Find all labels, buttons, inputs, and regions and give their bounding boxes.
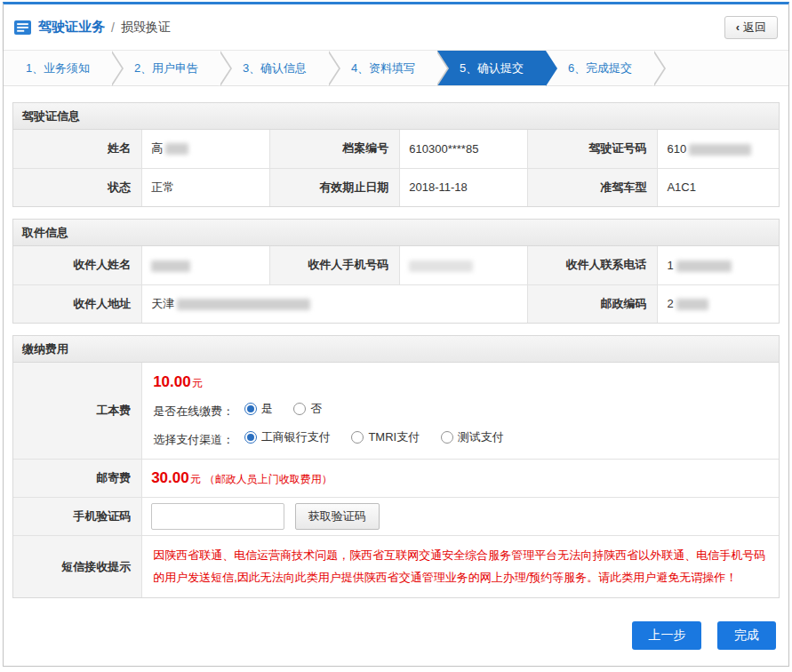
recipient-name-label: 收件人姓名 xyxy=(13,246,142,284)
content: 驾驶证信息 姓名 高 档案编号 610300****85 驾驶证号码 610 状… xyxy=(4,86,788,612)
file-number-label: 档案编号 xyxy=(269,130,399,168)
expiry-date-value-text: 2018-11-18 xyxy=(409,180,468,194)
radio-checked-icon xyxy=(244,431,257,444)
step-4-fill-data[interactable]: 4、资料填写 xyxy=(329,51,437,85)
radio-label: TMRI支付 xyxy=(368,429,420,445)
file-number-value: 610300****85 xyxy=(400,130,528,168)
sms-code-content: 获取验证码 xyxy=(142,498,779,536)
recipient-mobile-label: 收件人手机号码 xyxy=(269,246,399,284)
redacted-name xyxy=(165,143,188,155)
redacted-recipient-address xyxy=(177,299,310,310)
redacted-recipient-name xyxy=(151,260,190,272)
online-pay-row: 是否在线缴费： 是 否 xyxy=(153,401,768,420)
status-value: 正常 xyxy=(142,168,270,206)
radio-label: 工商银行支付 xyxy=(261,429,331,445)
sms-notice-text: 因陕西省联通、电信运营商技术问题，陕西省互联网交通安全综合服务管理平台无法向持陕… xyxy=(151,540,770,594)
post-fee-unit: 元 xyxy=(190,473,201,485)
finish-button[interactable]: 完成 xyxy=(717,621,776,650)
work-fee-amount: 10.00 xyxy=(153,373,191,390)
recipient-address-label: 收件人地址 xyxy=(13,284,142,323)
table-row: 姓名 高 档案编号 610300****85 驾驶证号码 610 xyxy=(13,130,779,168)
recipient-phone-value: 1 xyxy=(658,246,779,284)
table-row: 短信接收提示 因陕西省联通、电信运营商技术问题，陕西省互联网交通安全综合服务管理… xyxy=(13,536,779,598)
table-row: 状态 正常 有效期止日期 2018-11-18 准驾车型 A1C1 xyxy=(13,168,779,206)
postal-code-value: 2 xyxy=(658,284,779,323)
radio-channel-icbc[interactable]: 工商银行支付 xyxy=(244,429,331,445)
sms-notice-label: 短信接收提示 xyxy=(13,536,142,598)
section-license-info: 驾驶证信息 姓名 高 档案编号 610300****85 驾驶证号码 610 状… xyxy=(12,102,780,207)
recipient-phone-label: 收件人联系电话 xyxy=(528,246,658,284)
name-value-text: 高 xyxy=(151,141,163,155)
radio-online-yes[interactable]: 是 xyxy=(244,401,273,417)
radio-channel-tmri[interactable]: TMRI支付 xyxy=(351,429,420,445)
step-6-complete-submit[interactable]: 6、完成提交 xyxy=(546,51,654,85)
post-fee-label: 邮寄费 xyxy=(13,460,142,498)
step-nav: 1、业务须知 2、用户申告 3、确认信息 4、资料填写 5、确认提交 6、完成提… xyxy=(4,51,788,86)
get-code-button[interactable]: 获取验证码 xyxy=(295,503,380,530)
table-row: 收件人地址 天津 邮政编码 2 xyxy=(13,284,779,323)
radio-unchecked-icon xyxy=(351,431,364,444)
pay-channel-row: 选择支付渠道： 工商银行支付 TMRI支付 测试支付 xyxy=(153,429,768,448)
pay-channel-question: 选择支付渠道： xyxy=(153,433,234,446)
license-business-icon xyxy=(14,20,31,35)
back-chevron-icon: ‹ xyxy=(736,20,740,34)
page: 驾驶证业务 / 损毁换证 ‹返回 1、业务须知 2、用户申告 3、确认信息 4、… xyxy=(3,2,789,667)
radio-label: 测试支付 xyxy=(458,429,504,445)
back-button[interactable]: ‹返回 xyxy=(724,16,778,39)
section-payment-title: 缴纳费用 xyxy=(13,336,779,363)
pickup-table: 收件人姓名 收件人手机号码 收件人联系电话 1 收件人地址 天津 邮政编码 2 xyxy=(13,246,779,323)
vehicle-class-value-text: A1C1 xyxy=(667,180,696,194)
sms-code-input[interactable] xyxy=(151,503,284,530)
post-fee-note: （邮政人员上门收取费用） xyxy=(204,473,332,485)
radio-unchecked-icon xyxy=(441,431,453,444)
radio-label: 是 xyxy=(261,401,273,417)
post-fee-content: 30.00元（邮政人员上门收取费用） xyxy=(142,460,779,498)
recipient-address-value-text: 天津 xyxy=(151,297,174,310)
section-pickup-info: 取件信息 收件人姓名 收件人手机号码 收件人联系电话 1 收件人地址 天津 xyxy=(12,219,780,324)
previous-step-button[interactable]: 上一步 xyxy=(632,621,701,650)
work-fee-content: 10.00元 是否在线缴费： 是 否 选择支付渠道： 工商银行支付 TMRI支付 xyxy=(142,363,779,460)
radio-online-no[interactable]: 否 xyxy=(293,401,322,417)
work-fee-unit: 元 xyxy=(192,377,203,389)
name-value: 高 xyxy=(142,130,270,168)
radio-unchecked-icon xyxy=(293,403,306,415)
name-label: 姓名 xyxy=(13,130,142,168)
redacted-recipient-mobile xyxy=(409,260,473,272)
recipient-address-value: 天津 xyxy=(142,284,528,323)
step-5-confirm-submit[interactable]: 5、确认提交 xyxy=(437,51,546,85)
recipient-mobile-value xyxy=(400,246,528,284)
radio-label: 否 xyxy=(310,401,322,417)
step-1-business-notice[interactable]: 1、业务须知 xyxy=(4,51,112,85)
postal-code-label: 邮政编码 xyxy=(528,284,658,323)
license-number-value: 610 xyxy=(658,130,779,168)
postal-code-value-text: 2 xyxy=(667,297,673,310)
status-label: 状态 xyxy=(13,168,142,206)
radio-channel-test[interactable]: 测试支付 xyxy=(441,429,504,445)
license-number-value-text: 610 xyxy=(667,142,686,156)
online-pay-question: 是否在线缴费： xyxy=(153,404,234,418)
section-pickup-title: 取件信息 xyxy=(13,220,779,246)
file-number-value-text: 610300****85 xyxy=(409,142,478,156)
redacted-recipient-phone xyxy=(676,260,732,272)
section-payment: 缴纳费用 工本费 10.00元 是否在线缴费： 是 否 xyxy=(12,335,780,598)
breadcrumb-section: 驾驶证业务 xyxy=(38,19,105,36)
work-fee-price: 10.00元 xyxy=(153,373,768,391)
redacted-postal-code xyxy=(676,299,708,310)
expiry-date-value: 2018-11-18 xyxy=(400,168,528,206)
header: 驾驶证业务 / 损毁换证 ‹返回 xyxy=(4,4,788,51)
recipient-name-value xyxy=(142,246,270,284)
vehicle-class-value: A1C1 xyxy=(658,168,779,206)
work-fee-label: 工本费 xyxy=(13,363,142,460)
back-button-label: 返回 xyxy=(743,20,766,34)
recipient-phone-value-text: 1 xyxy=(667,259,673,272)
radio-checked-icon xyxy=(244,403,257,415)
step-2-user-declaration[interactable]: 2、用户申告 xyxy=(112,51,220,85)
redacted-license-number xyxy=(689,144,751,156)
sms-code-label: 手机验证码 xyxy=(13,498,142,536)
breadcrumb-page-title: 损毁换证 xyxy=(121,20,171,36)
license-number-label: 驾驶证号码 xyxy=(528,130,658,168)
table-row: 收件人姓名 收件人手机号码 收件人联系电话 1 xyxy=(13,246,779,284)
section-license-title: 驾驶证信息 xyxy=(13,103,779,130)
status-value-text: 正常 xyxy=(151,180,174,194)
step-3-confirm-info[interactable]: 3、确认信息 xyxy=(220,51,329,85)
